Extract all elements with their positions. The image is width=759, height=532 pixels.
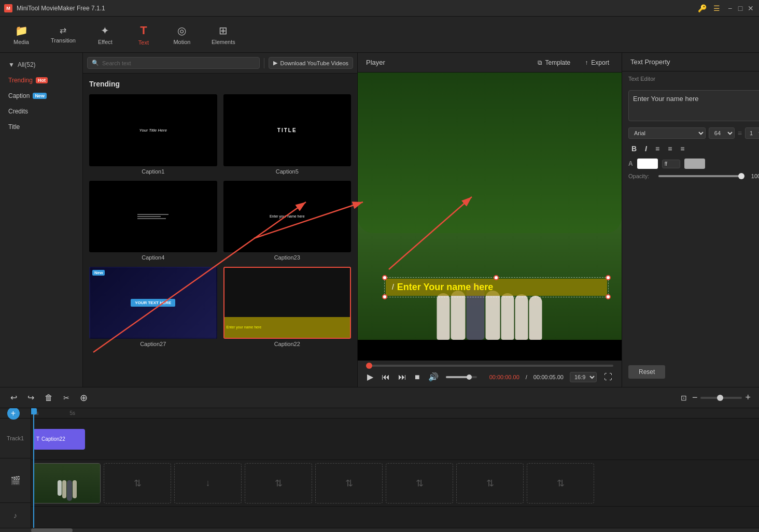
add-track-btn[interactable]: + [7,408,20,420]
progress-thumb[interactable] [366,363,372,369]
youtube-icon: ▶ [273,60,277,66]
menu-icon[interactable]: ☰ [711,3,722,13]
video-track-row: ⇅ ↓ ⇅ ⇅ ⇅ ⇅ ⇅ [31,460,759,507]
opacity-label: Opacity: [628,173,654,179]
key-icon: 🔑 [697,3,707,13]
left-panel-all[interactable]: ▼ All(52) [0,57,82,73]
prev-frame-btn[interactable]: ⏮ [381,371,391,383]
toolbar-elements[interactable]: ⊞ Elements [207,22,240,47]
align-center-btn[interactable]: ≡ [665,143,675,154]
progress-bar[interactable] [366,365,613,367]
undo-btn[interactable]: ↩ [8,391,19,405]
tracks-area: 0s 5s T Caption22 [31,408,759,528]
text-editor-area[interactable]: Enter Your name here [628,90,759,121]
thumbnails-area: Trending Your Title Here Caption1 TITLE … [83,74,357,387]
youtube-download-btn[interactable]: ▶ Download YouTube Videos [269,57,354,69]
controls-row: ▶ ⏮ ⏭ ■ 🔊 00:00:00.00 / 00:00:05.00 16:9… [366,371,613,383]
toolbar-text[interactable]: T Text [131,22,157,48]
audio-track-row [31,507,759,528]
text-color-swatch[interactable] [637,159,658,169]
ruler-5s: 5s [70,410,76,416]
thumb-img-caption22: Enter your name here [223,267,352,339]
video-slot-1[interactable]: ⇅ [104,463,171,504]
sidebar-item-title[interactable]: Title [0,119,82,135]
italic-btn[interactable]: I [642,143,650,154]
zoom-slider[interactable] [700,397,742,399]
font-select[interactable]: Arial [628,127,706,139]
mute-btn[interactable]: 🔊 [427,371,440,383]
cut-btn[interactable]: ✂ [61,392,72,404]
video-slot-7[interactable]: ⇅ [527,463,594,504]
toolbar-effect[interactable]: ✦ Effect [92,22,118,47]
add-btn[interactable]: ⊕ [78,390,90,406]
video-slot-3[interactable]: ⇅ [245,463,312,504]
thumbnail-caption4[interactable]: Caption4 [89,181,217,261]
align-right-btn[interactable]: ≡ [677,143,687,154]
h-scrollbar-thumb[interactable] [31,528,73,532]
opacity-slider[interactable] [658,175,743,177]
media-label: Media [13,39,29,45]
sidebar-item-credits[interactable]: Credits [0,104,82,119]
size-select[interactable]: 64 [709,127,735,139]
video-slot-2[interactable]: ↓ [174,463,242,504]
toolbar-transition[interactable]: ⇄ Transition [47,23,80,46]
toolbar-media[interactable]: 📁 Media [8,22,34,47]
tl-ruler-spacer: + [0,408,31,419]
volume-slider[interactable] [446,376,477,378]
middle-toolbar: 🔍 Search text ▶ Download YouTube Videos [83,53,357,74]
video-clip[interactable] [33,463,101,504]
sidebar-item-trending[interactable]: Trending Hot [0,73,82,88]
thumbnail-caption27[interactable]: New YOUR TEXT HERE Caption27 [89,267,217,347]
toolbar-motion[interactable]: ◎ Motion [169,22,195,47]
stop-btn[interactable]: ■ [414,371,421,383]
youtube-label: Download YouTube Videos [280,60,349,66]
caption22-clip[interactable]: T Caption22 [33,429,85,450]
video-slot-4[interactable]: ⇅ [315,463,383,504]
minimize-btn[interactable]: − [726,4,734,12]
fit-btn[interactable]: ⊡ [679,392,689,404]
h-scrollbar[interactable] [0,528,759,532]
zoom-out-btn[interactable]: − [692,392,698,403]
caption5-label: Caption5 [223,168,352,175]
align-left-btn[interactable]: ≡ [652,143,663,154]
thumbnail-caption1[interactable]: Your Title Here Caption1 [89,94,217,175]
caption-label: Caption [8,92,30,99]
bg-color-swatch[interactable] [684,159,705,169]
zoom-thumb[interactable] [717,395,723,401]
fullscreen-btn[interactable]: ⛶ [603,371,613,383]
next-frame-btn[interactable]: ⏭ [397,371,407,383]
thumbnail-caption23[interactable]: Enter your name here Caption23 [223,181,352,261]
caption22-label: Caption22 [223,341,352,347]
delete-btn[interactable]: 🗑 [43,391,55,405]
text-color-hex[interactable] [662,160,680,168]
restore-btn[interactable]: □ [736,4,744,12]
export-btn[interactable]: ↑ Export [581,57,613,68]
zoom-in-btn[interactable]: + [745,392,751,403]
timeline-zoom: ⊡ − + [679,392,751,404]
close-btn[interactable]: ✕ [747,4,755,12]
trending-label: Trending [8,77,33,84]
list-select[interactable]: 1 [745,127,759,139]
video-label-col: 🎬 [0,458,31,503]
thumbnail-caption22[interactable]: Enter your name here Caption22 [223,267,352,347]
caption-track-row: T Caption22 [31,419,759,460]
video-slot-5[interactable]: ⇅ [386,463,453,504]
bold-btn[interactable]: B [628,143,640,154]
caption23-preview-text: Enter your name here [270,214,305,218]
play-btn[interactable]: ▶ [366,371,374,383]
reset-btn[interactable]: Reset [628,365,665,379]
media-icon: 📁 [15,24,28,37]
player-panel: Player ⧉ Template ↑ Export [358,53,622,387]
opacity-thumb[interactable] [738,173,744,179]
caption-overlay-container: / Enter Your name here [384,277,609,297]
thumbnail-caption5[interactable]: TITLE Caption5 [223,94,352,175]
aspect-select[interactable]: 16:9 [570,372,597,382]
redo-btn[interactable]: ↪ [25,391,36,405]
playhead[interactable] [33,408,34,528]
video-slot-6[interactable]: ⇅ [456,463,524,504]
template-btn[interactable]: ⧉ Template [533,57,575,68]
collapse-icon: ▼ [8,61,15,68]
volume-thumb[interactable] [467,375,472,380]
sidebar-item-caption[interactable]: Caption New [0,88,82,104]
search-box[interactable]: 🔍 Search text [87,57,260,69]
